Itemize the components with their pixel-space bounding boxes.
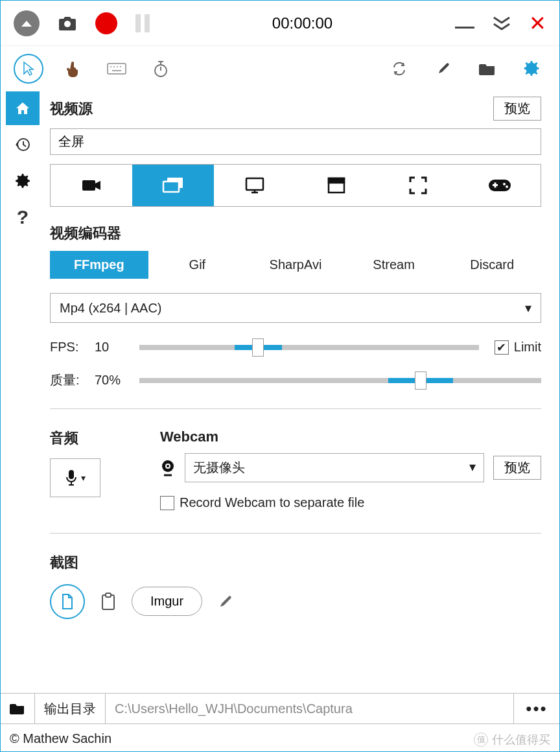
chevron-down-icon: ▾ <box>525 300 531 316</box>
webcam-preview-button[interactable]: 预览 <box>493 456 541 480</box>
screenshot-title: 截图 <box>50 553 541 572</box>
imgur-button[interactable]: Imgur <box>132 587 202 616</box>
codec-value: Mp4 (x264 | AAC) <box>60 301 161 316</box>
main-content: 视频源 预览 视频编码器 FFmpe <box>45 91 559 619</box>
tab-sharpavi[interactable]: SharpAvi <box>246 251 345 279</box>
watermark: 值 什么值得买 <box>474 732 550 747</box>
source-type-grid <box>50 164 541 207</box>
sidebar-history[interactable] <box>6 128 40 161</box>
cursor-tool-button[interactable] <box>14 54 43 84</box>
titlebar: 00:00:00 ✕ <box>1 1 559 46</box>
video-source-input[interactable] <box>50 128 541 155</box>
source-desktop[interactable] <box>214 165 296 206</box>
webcam-title: Webcam <box>160 429 541 445</box>
screenshot-file-button[interactable] <box>50 584 85 619</box>
webcam-separate-checkbox[interactable]: Record Webcam to separate file <box>160 495 364 510</box>
more-button[interactable]: ••• <box>514 694 559 723</box>
output-folder-icon[interactable] <box>1 694 35 723</box>
tab-gif[interactable]: Gif <box>148 251 247 279</box>
svg-point-22 <box>506 185 508 188</box>
audio-mic-button[interactable]: ▾ <box>50 458 100 497</box>
statusbar: 输出目录 C:\Users\Hello_WJH\Documents\Captur… <box>1 693 559 724</box>
folder-button[interactable] <box>472 54 502 84</box>
collapse-button[interactable] <box>14 10 40 36</box>
tab-ffmpeg[interactable]: FFmpeg <box>50 251 148 279</box>
encoder-tabs: FFmpeg Gif SharpAvi Stream Discard <box>50 251 541 279</box>
sidebar-home[interactable] <box>6 91 40 125</box>
webcam-select[interactable]: 无摄像头 ▾ <box>185 453 484 482</box>
toolbar <box>1 46 559 91</box>
svg-rect-32 <box>106 593 111 597</box>
tab-discard[interactable]: Discard <box>443 251 541 279</box>
expand-down-button[interactable] <box>493 16 511 30</box>
encoder-title: 视频编码器 <box>50 224 541 243</box>
webcam-value: 无摄像头 <box>193 459 245 476</box>
codec-select[interactable]: Mp4 (x264 | AAC) ▾ <box>50 293 541 323</box>
source-region[interactable] <box>377 165 459 206</box>
source-game[interactable] <box>459 165 541 206</box>
limit-label: Limit <box>514 340 541 355</box>
svg-rect-15 <box>163 182 179 192</box>
fps-slider[interactable] <box>139 345 479 350</box>
minimize-button[interactable] <box>455 18 474 29</box>
refresh-button[interactable] <box>384 54 414 84</box>
brush-button[interactable] <box>428 54 458 84</box>
credit-text: © Mathew Sachin <box>10 731 111 746</box>
svg-rect-1 <box>108 64 126 74</box>
limit-checkbox[interactable]: ✔ Limit <box>495 340 541 355</box>
svg-rect-20 <box>329 178 344 183</box>
fps-value: 10 <box>95 340 130 355</box>
quality-label: 质量: <box>50 371 86 389</box>
source-window[interactable] <box>296 165 377 206</box>
sidebar: ? <box>1 91 45 619</box>
settings-button[interactable] <box>517 54 546 84</box>
preview-button[interactable]: 预览 <box>493 97 541 121</box>
pause-button[interactable] <box>135 14 150 32</box>
webcam-separate-label: Record Webcam to separate file <box>180 495 364 510</box>
source-camera[interactable] <box>51 165 132 206</box>
fps-label: FPS: <box>50 340 86 355</box>
chevron-down-icon: ▾ <box>469 459 476 476</box>
svg-rect-25 <box>69 470 74 479</box>
svg-rect-24 <box>495 183 496 188</box>
timer-tool-button[interactable] <box>146 54 176 84</box>
svg-point-21 <box>503 183 506 185</box>
audio-title: 音频 <box>50 429 134 448</box>
edit-button[interactable] <box>218 594 233 609</box>
tab-stream[interactable]: Stream <box>345 251 443 279</box>
chevron-down-icon: ▾ <box>81 473 86 483</box>
svg-point-30 <box>167 465 169 467</box>
timer-display: 00:00:00 <box>168 14 437 32</box>
close-button[interactable]: ✕ <box>529 11 546 36</box>
sidebar-settings[interactable] <box>6 164 40 198</box>
keyboard-tool-button[interactable] <box>102 54 132 84</box>
video-source-title: 视频源 <box>50 99 93 119</box>
quality-slider[interactable] <box>139 378 541 383</box>
clipboard-button[interactable] <box>100 593 116 611</box>
webcam-icon <box>160 460 176 476</box>
svg-rect-13 <box>82 180 95 191</box>
svg-point-0 <box>64 21 71 27</box>
svg-rect-16 <box>246 178 263 190</box>
output-label: 输出目录 <box>35 694 106 723</box>
source-screens[interactable] <box>132 165 214 206</box>
click-tool-button[interactable] <box>58 54 88 84</box>
quality-value: 70% <box>95 373 130 388</box>
output-path[interactable]: C:\Users\Hello_WJH\Documents\Captura <box>106 694 514 723</box>
sidebar-help[interactable]: ? <box>6 200 40 234</box>
camera-icon[interactable] <box>58 16 77 31</box>
record-button[interactable] <box>95 12 117 34</box>
